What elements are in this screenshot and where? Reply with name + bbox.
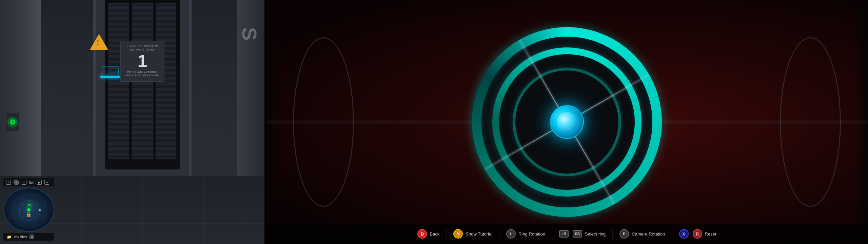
right-game-panel: B Back Y Show Tutorial L Ring Rotation L… xyxy=(266,0,868,244)
hud-clock-icon: ⊙ xyxy=(22,180,26,185)
hologram xyxy=(101,66,119,77)
frame-left xyxy=(266,0,279,224)
button-l[interactable]: L xyxy=(506,229,516,239)
control-tutorial-label: Show Tutorial xyxy=(466,231,492,237)
mini-map-player xyxy=(27,208,30,211)
my-files-key[interactable]: X xyxy=(29,235,34,239)
my-files-bar: 📁 my files X xyxy=(3,233,54,241)
mini-map: 🔒 ▶ xyxy=(3,188,54,232)
frame-right xyxy=(854,0,868,224)
hud-edit-icon: ✎ xyxy=(6,180,11,185)
control-camera: R Camera Rotation xyxy=(613,229,672,239)
hud-top-bar: ✎ A ⊙ 8m ▶ ≋ xyxy=(3,178,54,186)
door-interior xyxy=(105,0,180,169)
sign-access-french: PERSONNEL AUTORISÉ xyxy=(124,70,161,74)
control-ring-rotation: L Ring Rotation xyxy=(499,229,552,239)
button-r[interactable]: R xyxy=(619,229,629,239)
puzzle-container xyxy=(472,27,662,217)
control-reset-label: Reset xyxy=(705,231,716,237)
my-files-label: my files xyxy=(14,235,27,239)
hud-distance: 8m xyxy=(29,180,34,184)
control-select-ring-label: Select ring xyxy=(585,231,606,237)
device-base xyxy=(100,76,120,78)
my-files-icon: 📁 xyxy=(7,235,12,239)
left-game-panel: 1 NIVEAU DE SÉCURITÉ SECURITY LEVEL xyxy=(0,0,264,244)
security-indicator: 1 xyxy=(9,118,16,126)
button-y[interactable]: Y xyxy=(453,229,463,239)
button-x[interactable]: X xyxy=(679,229,689,239)
hud-nav-icon: ▶ xyxy=(37,180,42,185)
control-bar: B Back Y Show Tutorial L Ring Rotation L… xyxy=(266,224,868,244)
control-reset: X R Reset xyxy=(672,229,723,239)
wall-text: S xyxy=(238,27,261,42)
control-tutorial: Y Show Tutorial xyxy=(447,229,499,239)
mini-map-arrow: ▶ xyxy=(39,207,42,212)
security-level-sign: NIVEAU DE SÉCURITÉ SECURITY LEVEL 1 PERS… xyxy=(120,41,164,82)
hud-overlay: ✎ A ⊙ 8m ▶ ≋ 🔒 ▶ 📁 my files X xyxy=(3,178,54,241)
button-rb[interactable]: RB xyxy=(573,230,582,238)
mini-map-lock-icon: 🔒 xyxy=(26,212,32,217)
control-select-ring: LB RB Select ring xyxy=(552,230,612,238)
button-r2[interactable]: R xyxy=(693,229,702,239)
sign-number: 1 xyxy=(124,52,161,70)
sign-label-french: NIVEAU DE SÉCURITÉ xyxy=(124,45,161,48)
center-orb-inner xyxy=(557,112,577,132)
hud-wifi-icon: ≋ xyxy=(44,180,49,185)
button-lb[interactable]: LB xyxy=(559,230,569,238)
center-orb xyxy=(550,105,584,139)
control-back: B Back xyxy=(411,229,446,239)
hud-button-a[interactable]: A xyxy=(14,180,19,185)
control-ring-rotation-label: Ring Rotation xyxy=(518,231,545,237)
button-b[interactable]: B xyxy=(417,229,427,239)
security-panel: 1 xyxy=(6,113,19,131)
door-frame xyxy=(93,0,192,197)
control-camera-label: Camera Rotation xyxy=(632,231,665,237)
sign-access-english: AUTHORIZED PERSONNEL xyxy=(124,74,161,78)
warning-icon xyxy=(90,34,108,50)
control-back-label: Back xyxy=(430,231,439,237)
floor-device xyxy=(98,66,122,80)
warning-sign xyxy=(90,34,108,53)
